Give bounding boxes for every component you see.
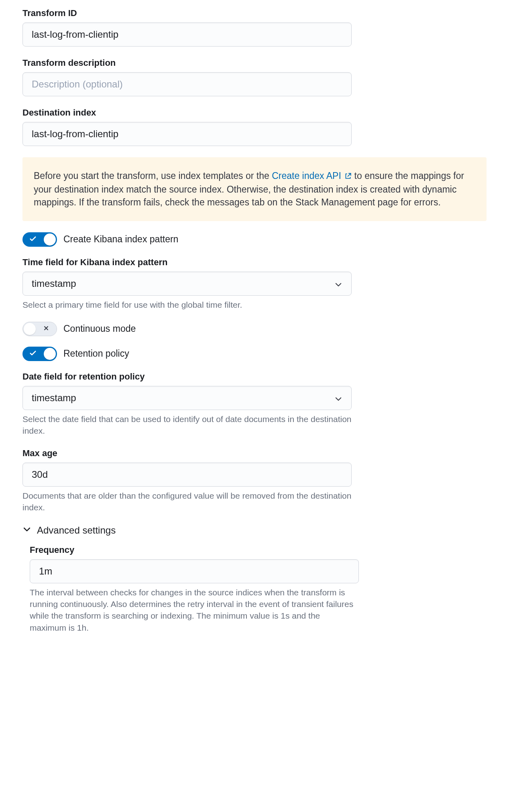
max-age-help: Documents that are older than the config… xyxy=(22,490,352,514)
date-field-retention-label: Date field for retention policy xyxy=(22,371,487,382)
frequency-label: Frequency xyxy=(30,545,487,555)
retention-policy-row: Retention policy xyxy=(22,347,487,361)
destination-index-label: Destination index xyxy=(22,108,487,118)
date-field-retention-value: timestamp xyxy=(32,392,76,404)
max-age-input[interactable] xyxy=(22,463,352,487)
chevron-down-icon xyxy=(334,280,342,288)
date-field-retention-select[interactable]: timestamp xyxy=(22,386,352,410)
time-field-value: timestamp xyxy=(32,278,76,289)
date-field-retention-help: Select the date field that can be used t… xyxy=(22,413,352,437)
max-age-row: Max age Documents that are older than th… xyxy=(22,448,487,514)
date-field-retention-row: Date field for retention policy timestam… xyxy=(22,371,487,437)
advanced-settings-toggle[interactable]: Advanced settings xyxy=(22,525,487,536)
transform-description-row: Transform description xyxy=(22,58,487,96)
check-icon xyxy=(29,235,37,244)
create-kibana-index-pattern-toggle[interactable] xyxy=(22,232,57,247)
transform-id-label: Transform ID xyxy=(22,8,487,18)
x-icon xyxy=(43,325,49,333)
toggle-thumb xyxy=(44,348,56,360)
time-field-row: Time field for Kibana index pattern time… xyxy=(22,257,487,311)
continuous-mode-toggle[interactable] xyxy=(22,322,57,336)
destination-index-row: Destination index xyxy=(22,108,487,146)
retention-policy-toggle[interactable] xyxy=(22,347,57,361)
continuous-mode-label: Continuous mode xyxy=(63,323,136,334)
create-kibana-index-pattern-label: Create Kibana index pattern xyxy=(63,234,178,245)
retention-policy-label: Retention policy xyxy=(63,348,129,359)
transform-id-input[interactable] xyxy=(22,22,352,47)
frequency-row: Frequency The interval between checks fo… xyxy=(30,545,487,634)
external-link-icon xyxy=(344,170,352,183)
callout-text-before: Before you start the transform, use inde… xyxy=(34,171,272,181)
frequency-input[interactable] xyxy=(30,559,359,583)
create-index-api-link-text: Create index API xyxy=(272,171,341,181)
chevron-down-icon xyxy=(22,525,31,536)
advanced-settings-label: Advanced settings xyxy=(37,525,116,536)
check-icon xyxy=(29,349,37,359)
advanced-settings-panel: Frequency The interval between checks fo… xyxy=(22,545,487,634)
toggle-thumb xyxy=(44,233,56,246)
toggle-thumb xyxy=(24,323,36,335)
transform-id-row: Transform ID xyxy=(22,8,487,47)
create-kibana-index-pattern-row: Create Kibana index pattern xyxy=(22,232,487,247)
destination-index-callout: Before you start the transform, use inde… xyxy=(22,157,487,221)
transform-description-input[interactable] xyxy=(22,72,352,96)
time-field-label: Time field for Kibana index pattern xyxy=(22,257,487,268)
chevron-down-icon xyxy=(334,394,342,402)
create-index-api-link[interactable]: Create index API xyxy=(272,171,354,181)
transform-description-label: Transform description xyxy=(22,58,487,68)
frequency-help: The interval between checks for changes … xyxy=(30,587,359,634)
continuous-mode-row: Continuous mode xyxy=(22,322,487,336)
time-field-help: Select a primary time field for use with… xyxy=(22,299,352,311)
destination-index-input[interactable] xyxy=(22,122,352,146)
max-age-label: Max age xyxy=(22,448,487,459)
time-field-select[interactable]: timestamp xyxy=(22,272,352,296)
